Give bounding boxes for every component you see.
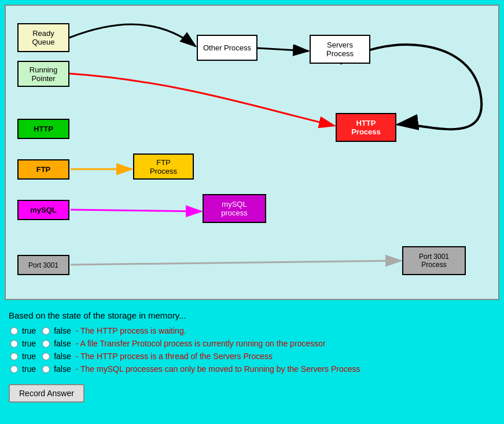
- option-row-3: true false - The HTTP process is a threa…: [9, 352, 495, 361]
- opt1-false-label: false: [54, 326, 71, 335]
- opt2-false-radio[interactable]: [42, 340, 50, 348]
- opt3-true-label: true: [22, 352, 36, 361]
- port3001-label-box: Port 3001: [17, 255, 69, 275]
- http-label-box: HTTP: [17, 119, 69, 139]
- opt1-false-radio[interactable]: [42, 327, 50, 335]
- opt4-true-radio[interactable]: [10, 365, 18, 373]
- servers-process-box: ServersProcess: [310, 35, 370, 64]
- record-answer-button[interactable]: Record Answer: [9, 384, 84, 403]
- option-row-2: true false - A file Transfer Protocol pr…: [9, 339, 495, 348]
- opt2-false-label: false: [54, 339, 71, 348]
- question-area: Based on the state of the storage in mem…: [0, 305, 504, 408]
- option-row-1: true false - The HTTP process is waiting…: [9, 326, 495, 335]
- question-prompt: Based on the state of the storage in mem…: [9, 310, 495, 320]
- opt4-false-radio[interactable]: [42, 365, 50, 373]
- ready-queue-box: ReadyQueue: [17, 23, 69, 52]
- opt4-true-label: true: [22, 364, 36, 374]
- opt2-text: - A file Transfer Protocol process is cu…: [76, 339, 326, 348]
- opt2-true-label: true: [22, 339, 36, 348]
- running-pointer-box: RunningPointer: [17, 61, 69, 87]
- mysql-process-box: mySQLprocess: [203, 194, 266, 223]
- diagram-area: ReadyQueue RunningPointer HTTP FTP mySQL…: [5, 5, 499, 300]
- opt1-text: - The HTTP process is waiting.: [76, 326, 186, 335]
- other-process-box: Other Process: [197, 35, 257, 61]
- opt4-text: - The mySQL processes can only be moved …: [76, 364, 360, 374]
- opt1-true-label: true: [22, 326, 36, 335]
- mysql-label-box: mySQL: [17, 200, 69, 220]
- opt1-true-radio[interactable]: [10, 327, 18, 335]
- ftp-label-box: FTP: [17, 159, 69, 180]
- opt2-true-radio[interactable]: [10, 340, 18, 348]
- opt3-true-radio[interactable]: [10, 353, 18, 360]
- option-row-4: true false - The mySQL processes can onl…: [9, 364, 495, 374]
- opt3-text: - The HTTP process is a thread of the Se…: [76, 352, 273, 361]
- opt3-false-label: false: [54, 352, 71, 361]
- port3001-process-box: Port 3001Process: [402, 246, 466, 275]
- ftp-process-box: FTPProcess: [133, 153, 194, 180]
- opt4-false-label: false: [54, 364, 71, 374]
- http-process-box: HTTPProcess: [336, 113, 396, 142]
- opt3-false-radio[interactable]: [42, 353, 50, 360]
